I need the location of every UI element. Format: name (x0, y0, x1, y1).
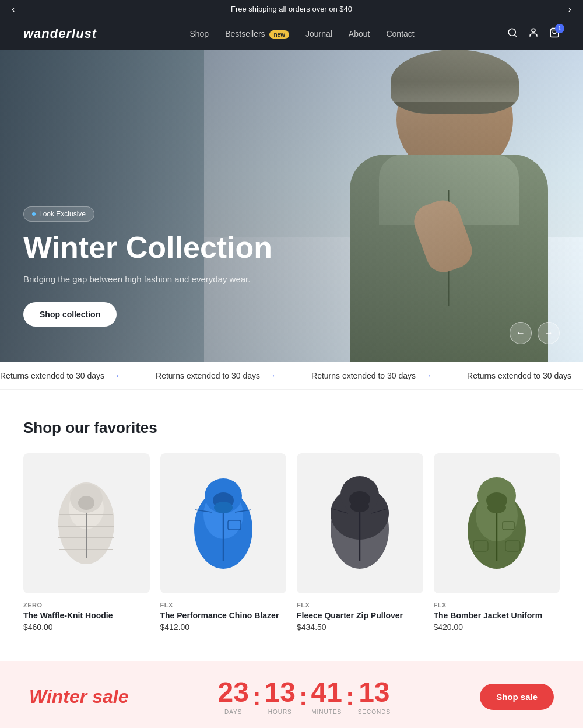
nav-bestsellers[interactable]: Bestsellers new (225, 29, 289, 38)
timer-seconds-label: SECONDS (358, 709, 391, 715)
timer-days: 23 DAYS (217, 678, 248, 715)
ticker-text-3: Returns extended to 30 days (311, 371, 416, 380)
ticker-inner: Returns extended to 30 days → Returns ex… (0, 370, 583, 381)
product-card-2[interactable]: FLX The Performance Chino Blazer $412.00 (160, 453, 287, 632)
hero-content: Look Exclusive Winter Collection Bridgin… (0, 206, 296, 362)
ticker-text-2: Returns extended to 30 days (156, 371, 260, 380)
shop-sale-button[interactable]: Shop sale (480, 684, 554, 710)
search-icon[interactable] (507, 27, 518, 41)
hero-tag: Look Exclusive (23, 206, 94, 222)
hero-next-button[interactable]: → (538, 322, 560, 344)
section-title-highlight: our favorites (65, 419, 157, 437)
svg-point-26 (350, 501, 369, 512)
nav-about[interactable]: About (349, 29, 370, 38)
sale-banner: Winter sale 23 DAYS : 13 HOURS : 41 MINU… (0, 661, 583, 728)
ticker-arrow-2: → (267, 370, 276, 381)
product-image-4 (434, 453, 560, 593)
nav-shop[interactable]: Shop (189, 29, 209, 38)
product-card-3[interactable]: FLX Fleece Quarter Zip Pullover $434.50 (297, 453, 423, 632)
product-name-4: The Bomber Jacket Uniform (434, 611, 560, 620)
timer-colon-2: : (299, 684, 308, 715)
ticker-arrow-1: → (111, 370, 121, 381)
blue-jacket-svg (182, 468, 264, 579)
product-image-2 (160, 453, 287, 593)
product-image-1 (23, 453, 150, 593)
main-nav: Shop Bestsellers new Journal About Conta… (189, 29, 414, 38)
product-name-1: The Waffle-Knit Hoodie (23, 611, 150, 620)
grey-jacket-svg (319, 468, 401, 579)
product-brand-1: ZERO (23, 601, 150, 608)
product-price-3: $434.50 (297, 622, 423, 632)
announcement-prev-button[interactable]: ‹ (12, 4, 15, 15)
shop-collection-button[interactable]: Shop collection (23, 302, 117, 327)
sale-timer: 23 DAYS : 13 HOURS : 41 MINUTES : 13 SEC… (217, 678, 391, 715)
product-price-1: $460.00 (23, 622, 150, 632)
timer-colon-3: : (346, 684, 354, 715)
hero-navigation: ← → (510, 322, 560, 344)
hero-tag-text: Look Exclusive (39, 210, 86, 218)
timer-minutes-number: 41 (311, 678, 342, 706)
timer-colon-1: : (252, 684, 261, 715)
product-image-3 (297, 453, 423, 593)
header: wanderlust Shop Bestsellers new Journal … (0, 18, 583, 50)
ticker-arrow-3: → (423, 370, 432, 381)
hero-prev-button[interactable]: ← (510, 322, 532, 344)
hero-section: Look Exclusive Winter Collection Bridgin… (0, 50, 583, 362)
announcement-next-button[interactable]: › (568, 4, 571, 15)
product-price-4: $420.00 (434, 622, 560, 632)
svg-point-1 (532, 29, 535, 32)
nav-contact[interactable]: Contact (386, 29, 414, 38)
ticker-text-1: Returns extended to 30 days (0, 371, 104, 380)
announcement-bar: ‹ Free shipping all orders over on $40 › (0, 0, 583, 18)
timer-hours-label: HOURS (268, 709, 292, 715)
timer-minutes: 41 MINUTES (311, 678, 342, 715)
products-grid: ZERO The Waffle-Knit Hoodie $460.00 (23, 453, 560, 632)
header-icons: 1 (507, 27, 560, 41)
product-name-3: Fleece Quarter Zip Pullover (297, 611, 423, 620)
timer-hours: 13 HOURS (265, 678, 296, 715)
svg-point-34 (487, 502, 506, 513)
ticker-text-4: Returns extended to 30 days (467, 371, 571, 380)
product-price-2: $412.00 (160, 622, 287, 632)
logo[interactable]: wanderlust (23, 26, 97, 41)
hero-title: Winter Collection (23, 231, 272, 264)
product-card-4[interactable]: FLX The Bomber Jacket Uniform $420.00 (434, 453, 560, 632)
timer-seconds-number: 13 (359, 678, 389, 706)
timer-seconds: 13 SECONDS (358, 678, 391, 715)
timer-minutes-label: MINUTES (311, 709, 342, 715)
hero-subtitle: Bridging the gap between high fashion an… (23, 273, 272, 286)
cart-count: 1 (555, 24, 564, 33)
timer-days-number: 23 (217, 678, 248, 706)
ticker-item: Returns extended to 30 days → (0, 370, 121, 381)
ticker-item-2: Returns extended to 30 days → (156, 370, 276, 381)
product-name-2: The Performance Chino Blazer (160, 611, 287, 620)
account-icon[interactable] (528, 27, 539, 41)
section-title: Shop our favorites (23, 419, 157, 437)
sale-title: Winter sale (29, 686, 128, 708)
product-brand-4: FLX (434, 601, 560, 608)
new-badge: new (269, 30, 289, 39)
ticker-arrow-4: → (578, 370, 583, 381)
ticker-bar: Returns extended to 30 days → Returns ex… (0, 362, 583, 390)
timer-days-label: DAYS (224, 709, 243, 715)
ticker-item-3: Returns extended to 30 days → (311, 370, 432, 381)
favorites-section: Shop our favorites (0, 390, 583, 655)
ticker-item-4: Returns extended to 30 days → (467, 370, 583, 381)
white-jacket-svg (45, 468, 127, 579)
svg-point-18 (214, 502, 233, 513)
svg-point-0 (508, 29, 515, 36)
announcement-text: Free shipping all orders over on $40 (231, 5, 352, 13)
tag-dot (32, 212, 36, 216)
green-jacket-svg (456, 468, 538, 579)
nav-journal[interactable]: Journal (305, 29, 332, 38)
product-card-1[interactable]: ZERO The Waffle-Knit Hoodie $460.00 (23, 453, 150, 632)
section-title-prefix: Shop (23, 419, 65, 436)
product-brand-3: FLX (297, 601, 423, 608)
timer-hours-number: 13 (265, 678, 296, 706)
svg-point-11 (78, 496, 94, 510)
product-brand-2: FLX (160, 601, 287, 608)
cart-icon[interactable]: 1 (549, 27, 560, 41)
